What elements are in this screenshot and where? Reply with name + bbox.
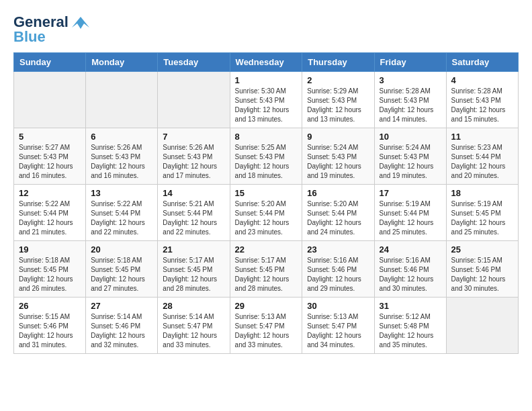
calendar-day-cell: 7Sunrise: 5:26 AM Sunset: 5:43 PM Daylig… bbox=[158, 128, 230, 185]
calendar-day-cell bbox=[158, 72, 230, 128]
day-number: 18 bbox=[451, 188, 513, 198]
calendar-day-cell: 3Sunrise: 5:28 AM Sunset: 5:43 PM Daylig… bbox=[374, 72, 446, 128]
calendar-day-cell: 29Sunrise: 5:13 AM Sunset: 5:47 PM Dayli… bbox=[230, 298, 302, 354]
logo: General Blue bbox=[13, 13, 91, 46]
day-number: 19 bbox=[19, 244, 81, 255]
day-info: Sunrise: 5:16 AM Sunset: 5:46 PM Dayligh… bbox=[380, 256, 441, 293]
header: General Blue bbox=[13, 13, 519, 46]
day-number: 27 bbox=[91, 301, 152, 311]
day-number: 10 bbox=[380, 132, 441, 142]
calendar-container: General Blue SundayMondayTuesdayWednesda… bbox=[0, 0, 532, 361]
calendar-day-cell: 11Sunrise: 5:23 AM Sunset: 5:44 PM Dayli… bbox=[446, 128, 518, 185]
calendar-day-cell: 27Sunrise: 5:14 AM Sunset: 5:46 PM Dayli… bbox=[86, 298, 158, 354]
day-info: Sunrise: 5:16 AM Sunset: 5:46 PM Dayligh… bbox=[307, 256, 369, 293]
calendar-day-cell: 8Sunrise: 5:25 AM Sunset: 5:43 PM Daylig… bbox=[230, 128, 302, 185]
day-number: 20 bbox=[91, 244, 152, 255]
day-of-week-header: Saturday bbox=[446, 53, 518, 72]
calendar-day-cell: 26Sunrise: 5:15 AM Sunset: 5:46 PM Dayli… bbox=[14, 298, 86, 354]
day-info: Sunrise: 5:26 AM Sunset: 5:43 PM Dayligh… bbox=[91, 143, 152, 181]
day-of-week-header: Sunday bbox=[14, 53, 86, 72]
day-number: 22 bbox=[235, 244, 298, 255]
day-info: Sunrise: 5:15 AM Sunset: 5:46 PM Dayligh… bbox=[451, 256, 513, 293]
day-number: 17 bbox=[380, 188, 441, 198]
day-number: 2 bbox=[307, 75, 369, 85]
day-number: 15 bbox=[235, 188, 298, 198]
calendar-day-cell: 30Sunrise: 5:13 AM Sunset: 5:47 PM Dayli… bbox=[302, 298, 374, 354]
calendar-day-cell: 31Sunrise: 5:12 AM Sunset: 5:48 PM Dayli… bbox=[374, 298, 446, 354]
day-info: Sunrise: 5:29 AM Sunset: 5:43 PM Dayligh… bbox=[307, 87, 369, 124]
day-info: Sunrise: 5:19 AM Sunset: 5:45 PM Dayligh… bbox=[451, 199, 513, 237]
day-info: Sunrise: 5:14 AM Sunset: 5:46 PM Dayligh… bbox=[91, 312, 152, 350]
day-info: Sunrise: 5:18 AM Sunset: 5:45 PM Dayligh… bbox=[19, 256, 81, 293]
calendar-day-cell: 20Sunrise: 5:18 AM Sunset: 5:45 PM Dayli… bbox=[86, 241, 158, 298]
day-info: Sunrise: 5:24 AM Sunset: 5:43 PM Dayligh… bbox=[380, 143, 441, 181]
day-info: Sunrise: 5:13 AM Sunset: 5:47 PM Dayligh… bbox=[235, 312, 298, 350]
day-info: Sunrise: 5:24 AM Sunset: 5:43 PM Dayligh… bbox=[307, 143, 369, 181]
day-number: 30 bbox=[307, 301, 369, 311]
calendar-week-row: 26Sunrise: 5:15 AM Sunset: 5:46 PM Dayli… bbox=[14, 298, 519, 354]
day-info: Sunrise: 5:12 AM Sunset: 5:48 PM Dayligh… bbox=[380, 312, 441, 350]
day-number: 4 bbox=[451, 75, 513, 85]
day-of-week-header: Tuesday bbox=[158, 53, 230, 72]
calendar-day-cell: 14Sunrise: 5:21 AM Sunset: 5:44 PM Dayli… bbox=[158, 185, 230, 241]
calendar-week-row: 1Sunrise: 5:30 AM Sunset: 5:43 PM Daylig… bbox=[14, 72, 519, 128]
calendar-day-cell: 22Sunrise: 5:17 AM Sunset: 5:45 PM Dayli… bbox=[230, 241, 302, 298]
day-number: 1 bbox=[235, 75, 298, 85]
day-number: 5 bbox=[19, 132, 81, 142]
calendar-day-cell: 5Sunrise: 5:27 AM Sunset: 5:43 PM Daylig… bbox=[14, 128, 86, 185]
day-number: 16 bbox=[307, 188, 369, 198]
calendar-week-row: 19Sunrise: 5:18 AM Sunset: 5:45 PM Dayli… bbox=[14, 241, 519, 298]
day-number: 29 bbox=[235, 301, 298, 311]
day-number: 21 bbox=[163, 244, 224, 255]
calendar-day-cell bbox=[86, 72, 158, 128]
day-info: Sunrise: 5:17 AM Sunset: 5:45 PM Dayligh… bbox=[163, 256, 224, 293]
day-info: Sunrise: 5:20 AM Sunset: 5:44 PM Dayligh… bbox=[235, 199, 298, 237]
day-number: 23 bbox=[307, 244, 369, 255]
day-number: 3 bbox=[380, 75, 441, 85]
calendar-day-cell: 16Sunrise: 5:20 AM Sunset: 5:44 PM Dayli… bbox=[302, 185, 374, 241]
calendar-header-row: SundayMondayTuesdayWednesdayThursdayFrid… bbox=[14, 53, 519, 72]
calendar-day-cell: 28Sunrise: 5:14 AM Sunset: 5:47 PM Dayli… bbox=[158, 298, 230, 354]
calendar-day-cell: 25Sunrise: 5:15 AM Sunset: 5:46 PM Dayli… bbox=[446, 241, 518, 298]
day-number: 6 bbox=[91, 132, 152, 142]
calendar-day-cell bbox=[14, 72, 86, 128]
calendar-week-row: 5Sunrise: 5:27 AM Sunset: 5:43 PM Daylig… bbox=[14, 128, 519, 185]
calendar-day-cell: 23Sunrise: 5:16 AM Sunset: 5:46 PM Dayli… bbox=[302, 241, 374, 298]
calendar-day-cell: 21Sunrise: 5:17 AM Sunset: 5:45 PM Dayli… bbox=[158, 241, 230, 298]
day-of-week-header: Wednesday bbox=[230, 53, 302, 72]
day-info: Sunrise: 5:25 AM Sunset: 5:43 PM Dayligh… bbox=[235, 143, 298, 181]
day-of-week-header: Thursday bbox=[302, 53, 374, 72]
day-info: Sunrise: 5:26 AM Sunset: 5:43 PM Dayligh… bbox=[163, 143, 224, 181]
day-number: 28 bbox=[163, 301, 224, 311]
day-info: Sunrise: 5:28 AM Sunset: 5:43 PM Dayligh… bbox=[380, 87, 441, 124]
day-number: 24 bbox=[380, 244, 441, 255]
day-number: 7 bbox=[163, 132, 224, 142]
calendar-day-cell: 6Sunrise: 5:26 AM Sunset: 5:43 PM Daylig… bbox=[86, 128, 158, 185]
day-info: Sunrise: 5:23 AM Sunset: 5:44 PM Dayligh… bbox=[451, 143, 513, 181]
day-number: 25 bbox=[451, 244, 513, 255]
day-info: Sunrise: 5:19 AM Sunset: 5:44 PM Dayligh… bbox=[380, 199, 441, 237]
calendar-day-cell: 24Sunrise: 5:16 AM Sunset: 5:46 PM Dayli… bbox=[374, 241, 446, 298]
calendar-day-cell bbox=[446, 298, 518, 354]
calendar-day-cell: 9Sunrise: 5:24 AM Sunset: 5:43 PM Daylig… bbox=[302, 128, 374, 185]
day-info: Sunrise: 5:15 AM Sunset: 5:46 PM Dayligh… bbox=[19, 312, 81, 350]
calendar-day-cell: 15Sunrise: 5:20 AM Sunset: 5:44 PM Dayli… bbox=[230, 185, 302, 241]
day-info: Sunrise: 5:17 AM Sunset: 5:45 PM Dayligh… bbox=[235, 256, 298, 293]
calendar-day-cell: 17Sunrise: 5:19 AM Sunset: 5:44 PM Dayli… bbox=[374, 185, 446, 241]
day-number: 11 bbox=[451, 132, 513, 142]
day-info: Sunrise: 5:18 AM Sunset: 5:45 PM Dayligh… bbox=[91, 256, 152, 293]
calendar-table: SundayMondayTuesdayWednesdayThursdayFrid… bbox=[13, 52, 519, 354]
day-info: Sunrise: 5:30 AM Sunset: 5:43 PM Dayligh… bbox=[235, 87, 298, 124]
day-info: Sunrise: 5:13 AM Sunset: 5:47 PM Dayligh… bbox=[307, 312, 369, 350]
day-number: 13 bbox=[91, 188, 152, 198]
day-number: 31 bbox=[380, 301, 441, 311]
svg-marker-0 bbox=[72, 17, 89, 29]
logo-bird-icon bbox=[71, 15, 91, 29]
day-info: Sunrise: 5:22 AM Sunset: 5:44 PM Dayligh… bbox=[19, 199, 81, 237]
day-of-week-header: Friday bbox=[374, 53, 446, 72]
calendar-day-cell: 12Sunrise: 5:22 AM Sunset: 5:44 PM Dayli… bbox=[14, 185, 86, 241]
day-info: Sunrise: 5:21 AM Sunset: 5:44 PM Dayligh… bbox=[163, 199, 224, 237]
logo-blue-text: Blue bbox=[13, 28, 46, 46]
day-info: Sunrise: 5:28 AM Sunset: 5:43 PM Dayligh… bbox=[451, 87, 513, 124]
calendar-day-cell: 10Sunrise: 5:24 AM Sunset: 5:43 PM Dayli… bbox=[374, 128, 446, 185]
